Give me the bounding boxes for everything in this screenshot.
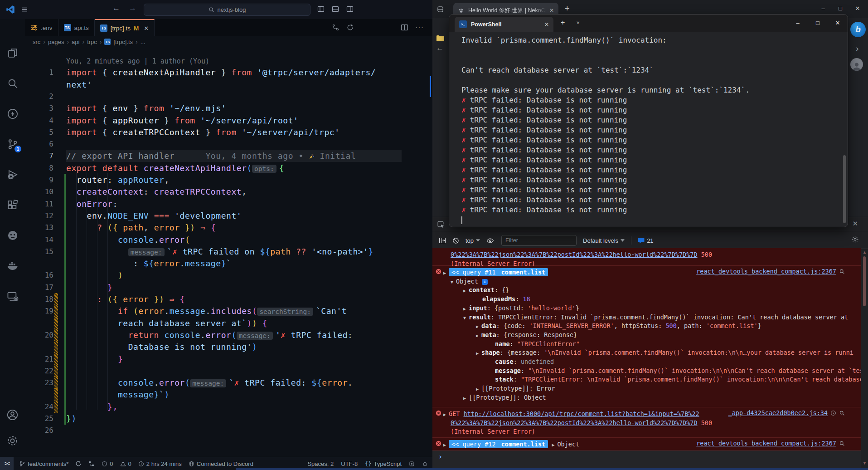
terminal-minimize-button[interactable]: – (788, 15, 808, 31)
source-link[interactable]: react_devtools_backend_compact.js:2367 (696, 440, 845, 447)
profile-avatar[interactable] (850, 58, 863, 71)
status-bell[interactable] (422, 461, 428, 467)
split-editor-icon[interactable] (401, 24, 408, 31)
console-line[interactable]: stack: "TRPCClientError: \nInvalid `pris… (495, 375, 861, 384)
status-braces[interactable]: {}TypeScript (365, 460, 402, 467)
tab-close-icon[interactable]: ✕ (549, 7, 554, 14)
console-line[interactable]: ▶ << query #12 comment.list ▶ Object (443, 440, 579, 449)
console-line[interactable]: ▼ result: TRPCClientError: Invalid `pris… (463, 313, 848, 322)
console-filter-input[interactable] (501, 235, 577, 246)
console-sidebar-icon[interactable] (439, 237, 446, 244)
breadcrumb[interactable]: src›pages›api›trpc›TS[trpc].ts›... (33, 37, 145, 46)
console-line[interactable]: ▶ GET http://localhost:3000/api/trpc/com… (443, 409, 699, 418)
console-line[interactable]: cause: undefined (495, 357, 554, 366)
info-icon[interactable] (830, 410, 836, 416)
status-warnt[interactable]: 0 (120, 460, 131, 467)
console-line[interactable]: 0%22%3A%7B%22json%22%3A%7B%22postId%22%3… (451, 250, 712, 259)
back-arrow-icon[interactable]: ← (112, 4, 120, 13)
console-row-group[interactable]: ▶ << query #11 comment.listreact_devtool… (432, 266, 861, 407)
tab-.env[interactable]: .env (25, 19, 58, 36)
bing-copilot-icon[interactable]: b (850, 22, 866, 37)
console-scrollbar[interactable]: ▲ ▼ (862, 250, 867, 465)
console-prompt-row[interactable]: › (432, 450, 861, 468)
status-spaces-2[interactable]: Spaces: 2 (307, 460, 334, 467)
log-levels-selector[interactable]: Default levels (583, 237, 625, 244)
tab-[trpc].ts[interactable]: TS[trpc].tsM✕ (95, 19, 155, 36)
tab-close-icon[interactable]: ✕ (144, 25, 149, 32)
tab-api.ts[interactable]: TSapi.ts (58, 19, 95, 36)
console-row-group[interactable]: 0%22%3A%7B%22json%22%3A%7B%22postId%22%3… (432, 248, 861, 266)
issues-counter[interactable]: 21 (638, 237, 653, 244)
devtools-close-icon[interactable]: ✕ (852, 220, 858, 228)
status-globe[interactable]: Connected to Discord (189, 460, 253, 467)
compare-changes-icon[interactable] (332, 24, 339, 31)
console-line[interactable]: ▶ meta: {response: Response} (476, 330, 577, 339)
source-link[interactable]: react_devtools_backend_compact.js:2367 (696, 268, 845, 275)
terminal-dropdown-icon[interactable]: ˅ (577, 20, 579, 25)
status-compare[interactable] (88, 460, 95, 467)
console-line[interactable]: 0%22%3A%7B%22json%22%3A%7B%22postId%22%3… (451, 418, 712, 427)
toggle-secondary-sidebar-icon[interactable] (346, 5, 354, 13)
live-expression-eye-icon[interactable] (486, 237, 494, 245)
console-line[interactable]: (Internal Server Error) (451, 427, 535, 436)
terminal-titlebar[interactable]: >_ PowerShell ✕ + ˅ – □ ✕ (449, 15, 848, 32)
console-line[interactable]: ▶ << query #11 comment.list (443, 268, 548, 277)
open-changes-icon[interactable] (346, 24, 354, 31)
console-line[interactable]: message: "\nInvalid `prisma.comment.find… (495, 366, 861, 375)
command-center-search[interactable]: nextjs-blog (144, 4, 310, 16)
console-line[interactable]: ▶ context: {} (463, 285, 509, 294)
terminal-output[interactable]: Invalid `prisma.comment.findMany()` invo… (461, 35, 839, 223)
forward-arrow-icon[interactable]: → (129, 4, 136, 13)
toggle-sidebar-icon[interactable] (317, 5, 325, 13)
menu-icon[interactable] (21, 6, 28, 13)
status-errc[interactable]: 0 (102, 460, 113, 467)
context-selector[interactable]: top (466, 237, 480, 244)
status-sq[interactable] (409, 461, 415, 467)
console-line[interactable]: ▶ shape: {message: '\nInvalid `prisma.co… (476, 348, 853, 357)
status-remote[interactable]: >< (0, 457, 14, 470)
console-line[interactable]: ▼ Object i (451, 277, 488, 286)
search-icon[interactable] (839, 410, 845, 416)
terminal-maximize-button[interactable]: □ (808, 15, 828, 31)
code-editor[interactable]: You, 2 minutes ago | 1 author (You)1impo… (0, 46, 432, 457)
browser-close-button[interactable]: ✕ (849, 2, 866, 15)
status-utf-8[interactable]: UTF-8 (341, 460, 358, 467)
breadcrumb-item[interactable]: trpc (87, 39, 97, 45)
browser-back-icon[interactable]: ← (436, 44, 444, 53)
terminal-tab-close-icon[interactable]: ✕ (544, 21, 549, 28)
terminal-tab-powershell[interactable]: >_ PowerShell ✕ (455, 17, 553, 32)
workspaces-icon[interactable] (437, 6, 444, 13)
console-line[interactable]: ▶ input: {postId: 'hello-world'} (463, 304, 579, 313)
console-line[interactable]: ▶ data: {code: 'INTERNAL_SERVER_ERROR', … (476, 321, 761, 330)
terminal-close-button[interactable]: ✕ (828, 15, 848, 31)
browser-maximize-button[interactable]: □ (832, 2, 849, 15)
status-clock[interactable]: 2 hrs 24 mins (138, 460, 182, 467)
browser-minimize-button[interactable]: – (815, 2, 832, 15)
sidebar-chevron-icon[interactable]: › (856, 44, 858, 54)
console-line[interactable]: name: "TRPCClientError" (495, 339, 580, 348)
terminal-scrollbar-thumb[interactable] (843, 155, 846, 223)
console-output[interactable]: 0%22%3A%7B%22json%22%3A%7B%22postId%22%3… (432, 248, 861, 468)
devtools-settings-gear-icon[interactable] (851, 235, 859, 243)
favorites-folder-icon[interactable] (436, 34, 445, 42)
search-icon[interactable] (839, 269, 845, 274)
console-row-group[interactable]: ▶ GET http://localhost:3000/api/trpc/com… (432, 407, 861, 438)
breadcrumb-item[interactable]: src (33, 39, 40, 45)
console-row-group[interactable]: ▶ << query #12 comment.list ▶ Objectreac… (432, 438, 861, 450)
breadcrumb-item[interactable]: ... (141, 39, 145, 45)
console-line[interactable]: ▶ [[Prototype]]: Error (476, 384, 555, 393)
status-sync[interactable] (75, 460, 82, 467)
breadcrumb-item[interactable]: pages (48, 39, 64, 45)
search-icon[interactable] (839, 441, 845, 446)
toggle-panel-icon[interactable] (332, 5, 339, 13)
console-line[interactable]: elapsedMs: 18 (482, 294, 530, 304)
status-branch[interactable]: feat/comments* (19, 460, 68, 467)
console-line[interactable]: ▶ [[Prototype]]: Object (463, 393, 546, 402)
new-tab-button[interactable]: + (565, 4, 570, 14)
source-link[interactable]: _app-d4325cae2d0b0ee2.js:34 (728, 409, 845, 416)
more-actions-icon[interactable]: ··· (415, 24, 424, 32)
breadcrumb-item[interactable]: [trpc].ts (113, 39, 133, 45)
inspect-element-icon[interactable] (437, 220, 445, 228)
breadcrumb-item[interactable]: api (72, 39, 79, 45)
clear-console-icon[interactable] (452, 237, 459, 244)
